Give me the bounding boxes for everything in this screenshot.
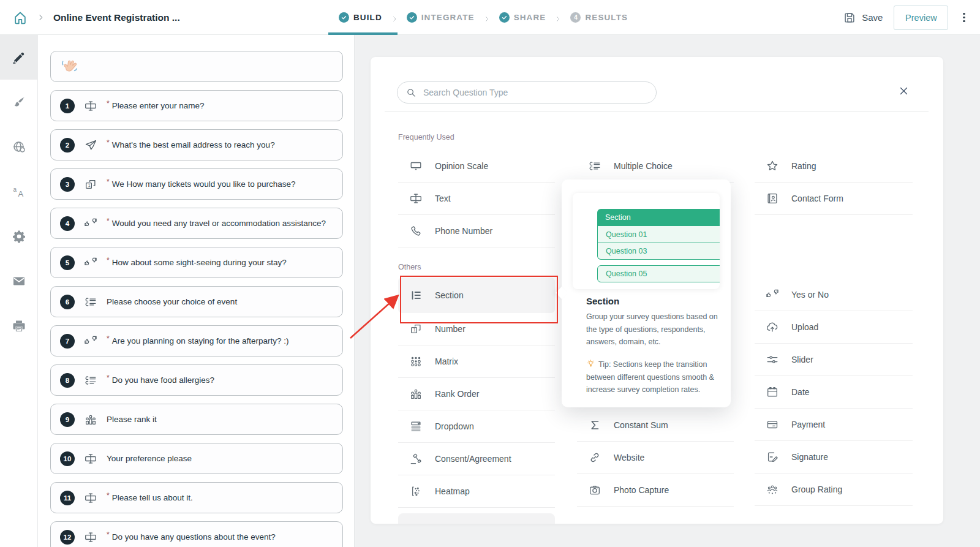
question-type-label: Upload [791,322,818,332]
question-type-label: Opinion Scale [435,161,488,171]
text-icon [84,99,97,113]
question-card-9[interactable]: 9Please rank it [50,404,343,435]
question-type-slider[interactable]: Slider [755,344,913,376]
waving-hand-icon [60,58,78,76]
text-icon [84,452,97,466]
question-type-label: Signature [791,452,828,462]
question-type-label: Dropdown [435,421,474,431]
question-type-label: Slider [791,355,813,364]
save-button[interactable]: Save [843,11,883,25]
question-number-badge: 10 [60,451,75,466]
globe-icon [12,140,26,154]
question-card-7[interactable]: 7*Are you planning on staying for the af… [50,325,343,356]
required-asterisk: * [107,99,110,108]
question-type-matrix[interactable]: Matrix [398,345,555,378]
question-card-3[interactable]: 31*We How many tickets would you like to… [50,168,343,200]
question-type-opinion-scale[interactable]: Opinion Scale [398,150,555,183]
question-type-yes-or-no[interactable]: Yes or No [755,279,913,311]
question-card-6[interactable]: 6Please choose your choice of event [50,286,343,317]
question-type-label: Photo Capture [614,485,669,495]
question-card-12[interactable]: 12*Do you have any questions about the e… [50,521,343,547]
sidebar-item-pencil[interactable] [0,35,38,80]
step-share[interactable]: SHARE [496,0,549,35]
star-icon [766,159,779,173]
svg-text:1: 1 [413,328,416,332]
others-column-2: Constant SumWebsitePhoto Capture [577,409,734,507]
question-type-photo-capture[interactable]: Photo Capture [577,474,734,507]
printer-icon [12,319,26,333]
search-input[interactable] [422,87,647,98]
dropdown-icon [409,420,423,433]
payment-icon [766,418,779,431]
question-card-4[interactable]: 4*Would you need any travel or accommoda… [50,208,343,239]
question-type-payment[interactable]: Payment [755,409,913,441]
question-card-11[interactable]: 11*Please tell us about it. [50,482,343,513]
preview-button[interactable]: Preview [894,6,948,30]
text-icon [409,192,423,205]
question-type-text[interactable]: Text [398,183,555,215]
question-type-rating[interactable]: Rating [755,150,913,183]
heatmap-icon [409,485,423,498]
question-number-badge: 12 [60,530,75,545]
sidebar-item-gear[interactable] [0,214,38,258]
question-number-badge: 4 [60,216,75,231]
others-heading: Others [398,263,421,271]
tooltip-description: Group your survey questions based on the… [586,311,720,349]
preview-section-header: Section [597,209,720,226]
step-number-badge: 4 [570,12,581,23]
question-text: *Do you have any questions about the eve… [107,532,276,541]
consent-icon [409,452,423,466]
sidebar-item-printer[interactable] [0,303,38,348]
question-type-dropdown[interactable]: Dropdown [398,410,555,443]
question-type-multiple-choice[interactable]: Multiple Choice [577,150,734,183]
more-options-icon[interactable] [959,9,969,26]
question-type-label: Date [791,387,810,397]
question-type-website[interactable]: Website [577,442,734,474]
question-type-label: Rating [791,161,816,171]
step-results[interactable]: 4RESULTS [567,0,631,35]
question-type-signature[interactable]: Signature [755,441,913,473]
question-type-heatmap[interactable]: Heatmap [398,475,555,508]
question-card-5[interactable]: 5*How about some sight-seeing during you… [50,247,343,278]
question-text: *Do you have food allergies? [107,375,214,385]
question-text: *Please tell us about it. [107,493,193,502]
section-tooltip: Section Question 01 Question 03 Question… [562,179,731,407]
question-card-8[interactable]: 8*Do you have food allergies? [50,364,343,396]
sidebar-item-brush[interactable] [0,80,38,124]
question-type-rank-order[interactable]: Rank Order [398,378,555,410]
tooltip-tip: Tip: Sections keep the transition betwee… [586,358,721,396]
survey-title: Online Event Registration ... [53,12,180,23]
close-icon[interactable] [899,86,909,96]
question-card-1[interactable]: 1*Please enter your name? [50,90,343,121]
question-card-2[interactable]: 2*What's the best email address to reach… [50,129,343,160]
step-separator-icon [391,14,398,21]
tooltip-title: Section [586,296,619,306]
check-circle-icon [499,12,510,23]
question-type-date[interactable]: Date [755,376,913,409]
gear-icon [12,229,26,244]
step-integrate[interactable]: INTEGRATE [404,0,478,35]
question-card-10[interactable]: 10Your preference please [50,443,343,474]
svg-text:1: 1 [88,183,91,187]
sidebar-item-globe[interactable] [0,124,38,169]
question-type-constant-sum[interactable]: Constant Sum [577,409,734,442]
home-icon[interactable] [12,10,28,26]
preview-question-row: Question 01 [598,226,720,243]
welcome-card[interactable] [50,51,343,82]
question-type-phone-number[interactable]: Phone Number [398,215,555,247]
step-build[interactable]: BUILD [336,0,385,35]
svg-text:A: A [18,189,24,198]
annotation-highlight-box [400,276,558,323]
yes-no-icon [84,256,97,270]
question-type-consent-agreement[interactable]: Consent/Agreement [398,443,555,475]
rank-order-icon [409,387,423,401]
website-icon [588,451,601,464]
question-type-contact-form[interactable]: Contact Form [755,183,913,215]
question-type-upload[interactable]: Upload [755,311,913,344]
sidebar-item-translate[interactable]: aA [0,169,38,214]
question-text: Please choose your choice of event [107,297,237,306]
question-type-label: Multiple Choice [614,161,673,171]
frequently-used-column-1: Opinion ScaleTextPhone Number [398,150,555,247]
question-type-group-rating[interactable]: Group Rating [755,473,913,506]
sidebar-item-mail[interactable] [0,258,38,303]
